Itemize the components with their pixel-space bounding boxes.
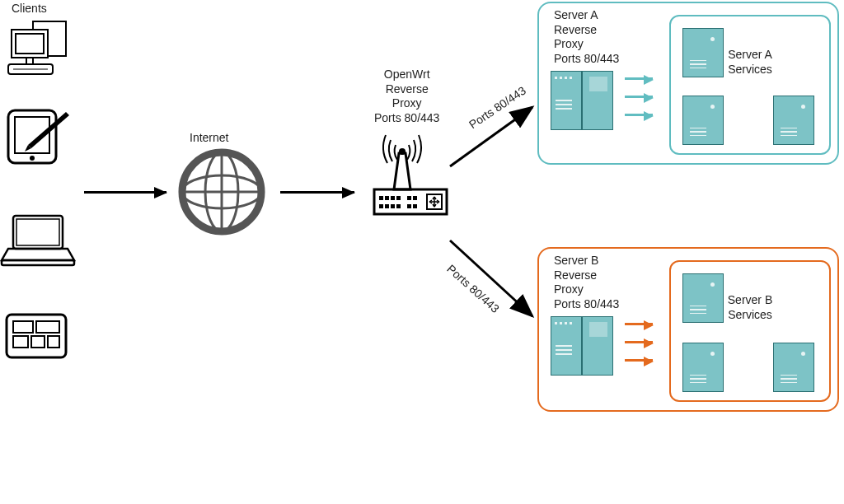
server-b-group: Server B Reverse Proxy Ports 80/443 Serv…	[537, 247, 839, 412]
svg-rect-3	[26, 58, 33, 64]
svg-rect-13	[13, 321, 33, 333]
ports-label-upper: Ports 80/443	[467, 84, 529, 133]
arrow-b-services-1	[625, 323, 653, 325]
svg-rect-25	[379, 196, 383, 200]
svg-rect-27	[391, 196, 395, 200]
diagram-canvas: Clients	[0, 0, 844, 504]
svg-rect-34	[413, 196, 417, 200]
arrow-clients-to-internet	[84, 191, 166, 194]
server-a-rack-2	[582, 71, 613, 130]
desktop-icon	[5, 18, 69, 82]
svg-rect-31	[391, 204, 395, 208]
arrow-internet-to-router	[280, 191, 354, 194]
svg-rect-35	[407, 204, 411, 208]
server-b-rack-2	[582, 316, 613, 376]
arrow-a-services-3	[625, 114, 653, 116]
svg-rect-29	[379, 204, 383, 208]
server-b-service-3	[773, 343, 814, 392]
server-b-service-1	[682, 273, 724, 323]
svg-rect-33	[407, 196, 411, 200]
svg-rect-9	[13, 216, 63, 249]
panel-device-icon	[3, 311, 69, 361]
svg-rect-16	[31, 336, 45, 348]
internet-label: Internet	[190, 131, 228, 146]
svg-rect-14	[36, 321, 59, 333]
router-label: OpenWrt Reverse Proxy Ports 80/443	[374, 68, 439, 125]
svg-rect-10	[16, 219, 59, 245]
svg-rect-28	[396, 196, 401, 200]
server-a-rack-1	[551, 71, 582, 130]
router-icon	[369, 128, 452, 219]
server-b-proxy-label: Server B Reverse Proxy Ports 80/443	[554, 254, 619, 311]
svg-point-8	[30, 156, 35, 161]
server-a-group: Server A Reverse Proxy Ports 80/443 Serv…	[537, 2, 839, 165]
svg-rect-32	[396, 204, 401, 208]
arrow-a-services-1	[625, 77, 653, 80]
laptop-icon	[0, 211, 76, 270]
server-a-service-1	[682, 28, 724, 77]
svg-rect-15	[13, 336, 28, 348]
992-arrow-b-services-2	[625, 341, 653, 343]
tablet-icon	[3, 105, 73, 168]
server-a-proxy-label: Server A Reverse Proxy Ports 80/443	[554, 8, 619, 66]
clients-label: Clients	[12, 2, 47, 16]
svg-rect-17	[48, 336, 59, 348]
svg-rect-26	[385, 196, 389, 200]
server-b-services-group: Server B Services	[669, 260, 831, 402]
server-a-service-3	[773, 96, 814, 145]
svg-rect-11	[2, 260, 74, 265]
server-b-service-2	[682, 343, 724, 392]
globe-icon	[176, 147, 267, 237]
svg-rect-30	[385, 204, 389, 208]
ports-label-lower: Ports 80/443	[443, 262, 502, 316]
server-b-rack-1	[551, 316, 582, 376]
arrow-a-services-2	[625, 96, 653, 98]
arrow-b-services-3	[625, 359, 653, 362]
svg-rect-36	[413, 204, 417, 208]
server-a-service-2	[682, 96, 724, 145]
server-a-services-group: Server A Services	[669, 15, 831, 155]
